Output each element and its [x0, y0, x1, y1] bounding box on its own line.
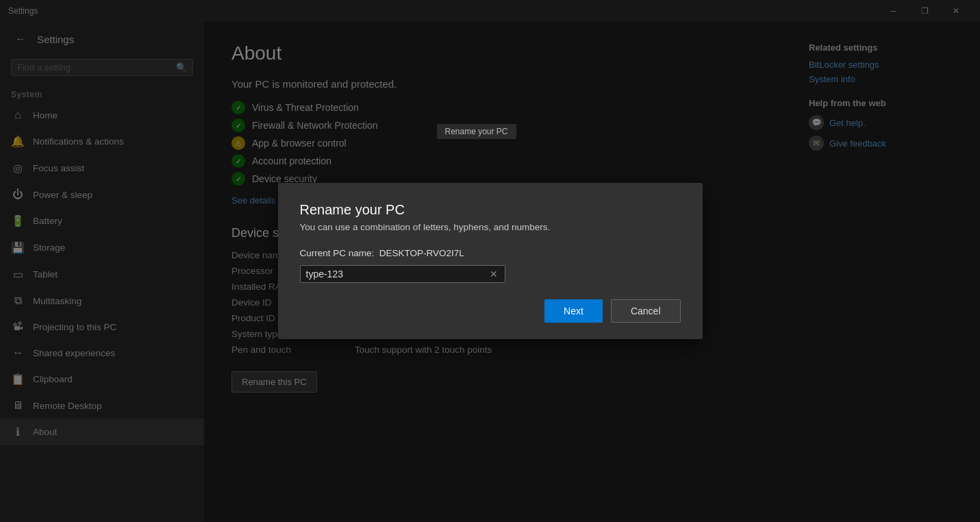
modal-input-row[interactable]: ✕ — [300, 265, 505, 283]
modal-floating-label: Rename your PC — [436, 124, 516, 139]
modal-overlay: Rename your PC Rename your PC You can us… — [0, 0, 980, 522]
current-name-label: Current PC name: — [300, 248, 375, 258]
next-button[interactable]: Next — [544, 299, 603, 323]
modal-title: Rename your PC — [300, 202, 681, 218]
modal-buttons: Next Cancel — [300, 299, 681, 323]
clear-input-button[interactable]: ✕ — [488, 269, 499, 279]
modal-description: You can use a combination of letters, hy… — [300, 221, 681, 234]
rename-modal: Rename your PC You can use a combination… — [278, 183, 703, 339]
new-pc-name-input[interactable] — [306, 269, 488, 279]
current-name-value: DESKTOP-RVO2I7L — [379, 248, 464, 258]
modal-current-pc-name: Current PC name: DESKTOP-RVO2I7L — [300, 248, 681, 258]
cancel-button[interactable]: Cancel — [611, 299, 681, 323]
